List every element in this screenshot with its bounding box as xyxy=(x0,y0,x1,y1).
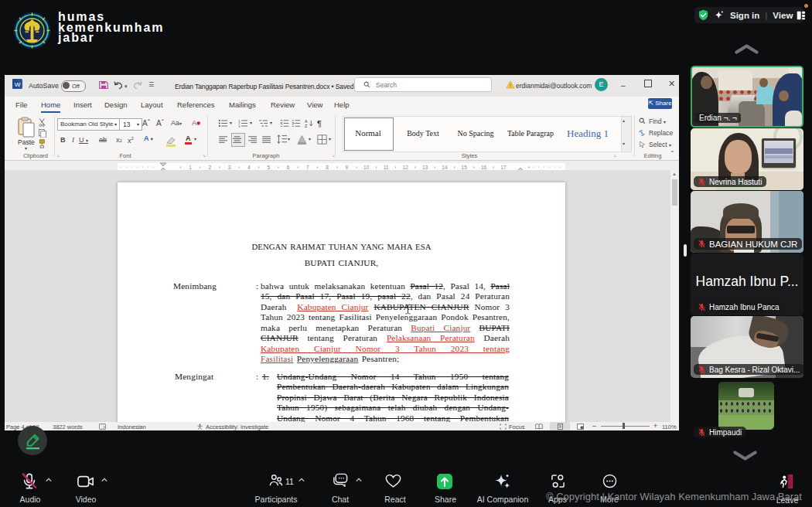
svg-text:!: ! xyxy=(510,83,511,88)
svg-text:17: 17 xyxy=(500,165,507,170)
svg-text:7: 7 xyxy=(306,165,309,170)
svg-text:Z: Z xyxy=(305,124,308,128)
svg-text:W: W xyxy=(15,81,21,88)
svg-text:3: 3 xyxy=(228,165,231,170)
svg-text:3: 3 xyxy=(238,124,240,128)
svg-text:8: 8 xyxy=(326,165,329,170)
svg-text:11: 11 xyxy=(384,165,389,170)
svg-text:A: A xyxy=(305,119,308,124)
svg-text:6: 6 xyxy=(287,165,290,170)
svg-text:12: 12 xyxy=(403,165,409,170)
svg-text:1: 1 xyxy=(189,165,192,170)
svg-text:2: 2 xyxy=(208,165,211,170)
svg-text:16: 16 xyxy=(481,165,487,170)
svg-text:15: 15 xyxy=(462,165,468,170)
svg-text:4: 4 xyxy=(247,165,251,170)
svg-text:14: 14 xyxy=(442,165,448,170)
svg-text:13: 13 xyxy=(422,165,428,170)
svg-text:5: 5 xyxy=(267,165,270,170)
svg-text:10: 10 xyxy=(363,165,370,170)
svg-text:9: 9 xyxy=(346,165,349,170)
